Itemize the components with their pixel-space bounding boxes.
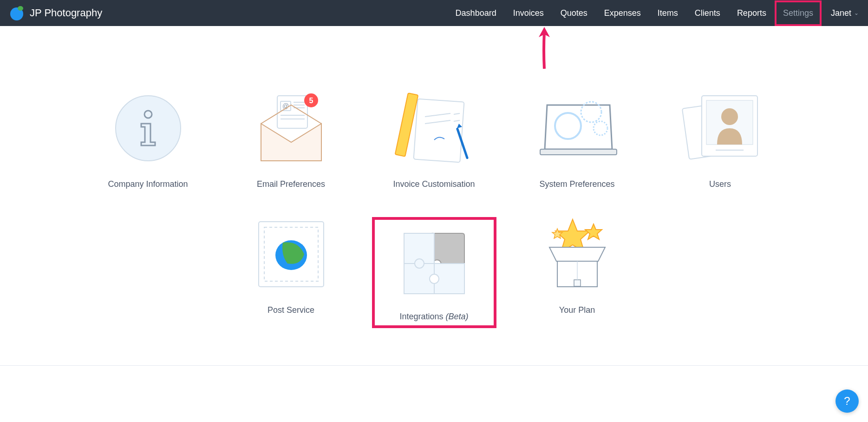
- tile-email-preferences[interactable]: @ 5 Email Preferences: [229, 91, 353, 189]
- svg-text:5: 5: [309, 97, 313, 105]
- nav-invoices[interactable]: Invoices: [505, 0, 552, 26]
- svg-rect-14: [413, 99, 464, 163]
- svg-rect-21: [540, 149, 617, 155]
- svg-point-28: [721, 108, 738, 125]
- svg-point-37: [430, 274, 439, 284]
- arrow-annotation: [535, 27, 554, 69]
- company-name: JP Photography: [30, 7, 102, 19]
- svg-point-2: [116, 96, 181, 161]
- tile-label: Email Preferences: [257, 179, 325, 189]
- tile-label: Company Information: [108, 179, 188, 189]
- nav-clients[interactable]: Clients: [686, 0, 729, 26]
- tile-label: Post Service: [268, 305, 314, 315]
- help-button[interactable]: ?: [835, 389, 859, 413]
- nav-quotes[interactable]: Quotes: [552, 0, 596, 26]
- user-name: Janet: [831, 8, 851, 18]
- tile-your-plan[interactable]: Your Plan: [515, 217, 640, 328]
- tile-system-preferences[interactable]: System Preferences: [515, 91, 640, 189]
- nav-reports[interactable]: Reports: [729, 0, 775, 26]
- header: JP Photography Dashboard Invoices Quotes…: [0, 0, 868, 26]
- post-icon: [247, 217, 335, 291]
- system-icon: [533, 91, 621, 165]
- tile-integrations[interactable]: Integrations (Beta): [372, 217, 496, 328]
- settings-grid-row1: Company Information @ 5: [86, 91, 783, 189]
- nav-expenses[interactable]: Expenses: [596, 0, 649, 26]
- users-icon: [676, 91, 764, 165]
- integrations-icon: [390, 226, 478, 301]
- tile-company-information[interactable]: Company Information: [86, 91, 210, 189]
- chevron-down-icon: ⌄: [854, 10, 859, 16]
- user-menu[interactable]: Janet ⌄: [831, 8, 859, 18]
- tile-users[interactable]: Users: [658, 91, 783, 189]
- tile-invoice-customisation[interactable]: Invoice Customisation: [372, 91, 496, 189]
- nav-settings[interactable]: Settings: [775, 0, 822, 26]
- invoice-icon: [390, 91, 478, 165]
- svg-point-36: [415, 259, 424, 268]
- plan-icon: [533, 217, 621, 291]
- divider: [0, 365, 868, 366]
- tile-label: Your Plan: [559, 305, 595, 315]
- settings-grid-row2: Post Service Integrations (Beta): [86, 217, 783, 328]
- nav-dashboard[interactable]: Dashboard: [447, 0, 505, 26]
- main-nav: Dashboard Invoices Quotes Expenses Items…: [447, 0, 822, 26]
- tile-label: Users: [709, 179, 731, 189]
- tile-label: Invoice Customisation: [393, 179, 475, 189]
- svg-rect-39: [574, 280, 581, 286]
- tile-label: Integrations (Beta): [399, 312, 468, 322]
- nav-items[interactable]: Items: [649, 0, 686, 26]
- info-icon: [104, 91, 192, 165]
- help-icon: ?: [844, 395, 850, 408]
- email-icon: @ 5: [247, 91, 335, 165]
- tile-post-service[interactable]: Post Service: [229, 217, 353, 328]
- logo-icon: [9, 6, 24, 20]
- settings-content: Company Information @ 5: [0, 26, 868, 347]
- tile-label: System Preferences: [539, 179, 614, 189]
- logo-container[interactable]: JP Photography: [9, 6, 102, 20]
- svg-point-1: [18, 6, 23, 11]
